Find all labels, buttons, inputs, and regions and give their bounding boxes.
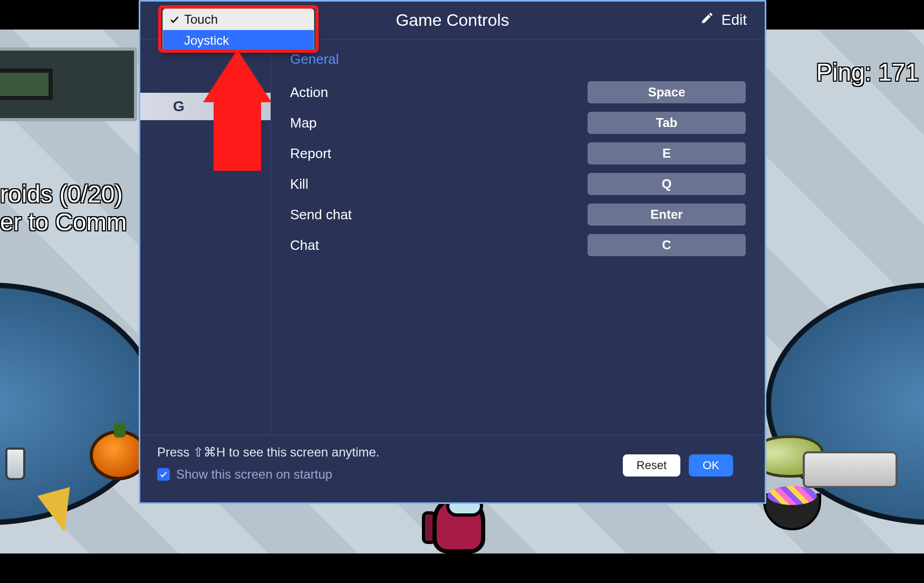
binding-key-button[interactable]: Tab <box>588 112 746 134</box>
footer-buttons: Reset OK <box>623 454 733 477</box>
binding-row: Send chat Enter <box>290 199 746 230</box>
show-on-startup-label: Show this screen on startup <box>176 467 332 482</box>
dialog-main: General Action Space Map Tab Report E Ki… <box>271 40 765 435</box>
reset-button[interactable]: Reset <box>623 454 680 477</box>
plates-prop <box>803 451 898 488</box>
binding-label: Kill <box>290 176 588 192</box>
dropdown-item-touch[interactable]: Touch <box>163 9 314 30</box>
binding-key-button[interactable]: Q <box>588 173 746 195</box>
dialog-sidebar: G <box>140 40 271 435</box>
binding-row: Kill Q <box>290 169 746 199</box>
edit-button[interactable]: Edit <box>700 11 747 28</box>
dialog-body: G General Action Space Map Tab Report E … <box>140 40 765 435</box>
dialog-title: Game Controls <box>396 11 509 30</box>
control-scheme-dropdown[interactable]: Touch Joystick <box>162 8 314 52</box>
ok-button[interactable]: OK <box>689 454 733 477</box>
checkmark-icon <box>169 13 180 24</box>
dropdown-item-label: Joystick <box>184 33 229 48</box>
binding-label: Chat <box>290 237 588 254</box>
pencil-icon <box>700 11 714 28</box>
binding-row: Report E <box>290 138 746 169</box>
glass-prop <box>5 448 25 480</box>
footer-left: Press ⇧⌘H to see this screen anytime. Sh… <box>157 445 379 482</box>
binding-key-button[interactable]: Space <box>588 81 746 103</box>
checkbox-checked-icon[interactable] <box>157 468 170 481</box>
sidebar-item-label: G <box>173 98 185 115</box>
binding-key-button[interactable]: Enter <box>588 203 746 226</box>
binding-key-button[interactable]: C <box>588 234 746 256</box>
task-text: roids (0/20) er to Comm <box>0 180 127 236</box>
letterbox-bottom <box>0 553 924 583</box>
dialog-footer: Press ⇧⌘H to see this screen anytime. Sh… <box>140 435 765 502</box>
ping-indicator: Ping: 171 <box>816 58 919 86</box>
binding-label: Map <box>290 115 588 131</box>
binding-label: Report <box>290 145 588 162</box>
task-progress-bar <box>0 69 53 100</box>
binding-row: Action Space <box>290 77 746 108</box>
binding-row: Chat C <box>290 230 746 260</box>
binding-label: Action <box>290 84 588 101</box>
section-title: General <box>290 51 746 67</box>
binding-label: Send chat <box>290 207 588 223</box>
show-on-startup-row[interactable]: Show this screen on startup <box>157 467 379 482</box>
footer-hint: Press ⇧⌘H to see this screen anytime. <box>157 445 379 460</box>
dropdown-item-label: Touch <box>184 12 218 27</box>
binding-row: Map Tab <box>290 108 746 138</box>
edit-label: Edit <box>721 12 747 28</box>
dropdown-item-joystick[interactable]: Joystick <box>163 30 314 51</box>
sidebar-item-general[interactable]: G <box>140 93 271 120</box>
binding-key-button[interactable]: E <box>588 142 746 164</box>
game-controls-dialog: Game Controls Edit G General Action Spac… <box>139 0 766 504</box>
